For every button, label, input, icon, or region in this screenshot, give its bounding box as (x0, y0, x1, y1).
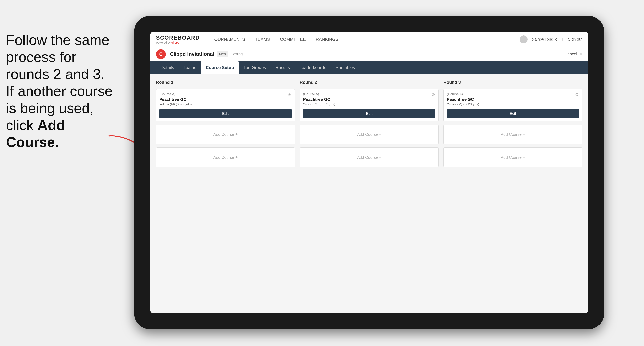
sign-out-link[interactable]: Sign out (568, 37, 582, 42)
round-3-title: Round 3 (444, 80, 582, 85)
round-3-course-details: Yellow (M) (6629 yds) (447, 102, 579, 106)
round-2-edit-button[interactable]: Edit (303, 109, 435, 118)
powered-by: Powered by clippd (156, 41, 200, 44)
round-3-edit-button[interactable]: Edit (447, 109, 579, 118)
cancel-link[interactable]: Cancel (565, 52, 577, 56)
hosting-badge: Hosting (230, 52, 243, 56)
round-2-delete-icon[interactable]: ⊙ (430, 91, 436, 97)
round-3-column: Round 3 ⊙ (Course A) Peachtree GC Yellow… (444, 80, 582, 167)
round-1-delete-icon[interactable]: ⊙ (286, 91, 292, 97)
tablet-screen: SCOREBOARD Powered by clippd TOURNAMENTS… (150, 31, 588, 314)
round-1-edit-button[interactable]: Edit (159, 109, 292, 118)
nav-rankings[interactable]: RANKINGS (316, 35, 338, 44)
nav-tournaments[interactable]: TOURNAMENTS (212, 35, 245, 44)
round-1-course-name: Peachtree GC (159, 97, 292, 102)
tab-printables[interactable]: Printables (331, 61, 360, 74)
round-1-title: Round 1 (156, 80, 295, 85)
round-1-course-details: Yellow (M) (6629 yds) (159, 102, 292, 106)
instruction-text: Follow the same process for rounds 2 and… (0, 31, 122, 151)
round-2-course-name: Peachtree GC (303, 97, 435, 102)
round-3-course-card: ⊙ (Course A) Peachtree GC Yellow (M) (66… (444, 89, 582, 121)
app-logo: SCOREBOARD (156, 35, 200, 41)
round-2-column: Round 2 ⊙ (Course A) Peachtree GC Yellow… (300, 80, 439, 167)
rounds-grid: Round 1 ⊙ (Course A) Peachtree GC Yellow… (156, 80, 582, 167)
round-2-title: Round 2 (300, 80, 439, 85)
tab-leaderboards[interactable]: Leaderboards (294, 61, 331, 74)
round-1-course-card: ⊙ (Course A) Peachtree GC Yellow (M) (66… (156, 89, 295, 121)
tab-details[interactable]: Details (156, 61, 179, 74)
round-2-add-course-1[interactable]: Add Course + (300, 125, 439, 144)
user-email: blair@clippd.io (532, 37, 557, 42)
round-1-course-label: (Course A) (159, 92, 292, 96)
sub-header: C Clippd Invitational Men Hosting Cancel… (150, 47, 588, 61)
logo-area: SCOREBOARD Powered by clippd (156, 35, 200, 44)
tab-course-setup[interactable]: Course Setup (201, 61, 239, 74)
tournament-name: Clippd Invitational (170, 51, 214, 57)
round-2-course-label: (Course A) (303, 92, 435, 96)
tournament-logo: C (156, 49, 166, 59)
round-3-course-name: Peachtree GC (447, 97, 579, 102)
tournament-type-badge: Men (216, 51, 228, 57)
tab-teams[interactable]: Teams (179, 61, 201, 74)
round-3-add-course-1[interactable]: Add Course + (444, 125, 582, 144)
round-2-course-details: Yellow (M) (6629 yds) (303, 102, 435, 106)
user-avatar (520, 35, 528, 43)
round-2-add-course-2[interactable]: Add Course + (300, 148, 439, 167)
round-3-delete-icon[interactable]: ⊙ (574, 91, 580, 97)
nav-committee[interactable]: COMMITTEE (280, 35, 306, 44)
nav-right: blair@clippd.io | Sign out (520, 35, 582, 43)
nav-teams[interactable]: TEAMS (255, 35, 270, 44)
top-nav: SCOREBOARD Powered by clippd TOURNAMENTS… (150, 31, 588, 47)
tab-tee-groups[interactable]: Tee Groups (239, 61, 271, 74)
round-1-column: Round 1 ⊙ (Course A) Peachtree GC Yellow… (156, 80, 295, 167)
sub-header-right: Cancel ✕ (565, 52, 582, 57)
round-3-add-course-2[interactable]: Add Course + (444, 148, 582, 167)
tabs-bar: Details Teams Course Setup Tee Groups Re… (150, 61, 588, 74)
round-2-course-card: ⊙ (Course A) Peachtree GC Yellow (M) (66… (300, 89, 439, 121)
main-nav: TOURNAMENTS TEAMS COMMITTEE RANKINGS (212, 35, 520, 44)
round-1-add-course-1[interactable]: Add Course + (156, 125, 295, 144)
tablet-device: SCOREBOARD Powered by clippd TOURNAMENTS… (134, 16, 604, 329)
content-area: Round 1 ⊙ (Course A) Peachtree GC Yellow… (150, 74, 588, 314)
round-3-course-label: (Course A) (447, 92, 579, 96)
round-1-add-course-2[interactable]: Add Course + (156, 148, 295, 167)
tab-results[interactable]: Results (271, 61, 294, 74)
